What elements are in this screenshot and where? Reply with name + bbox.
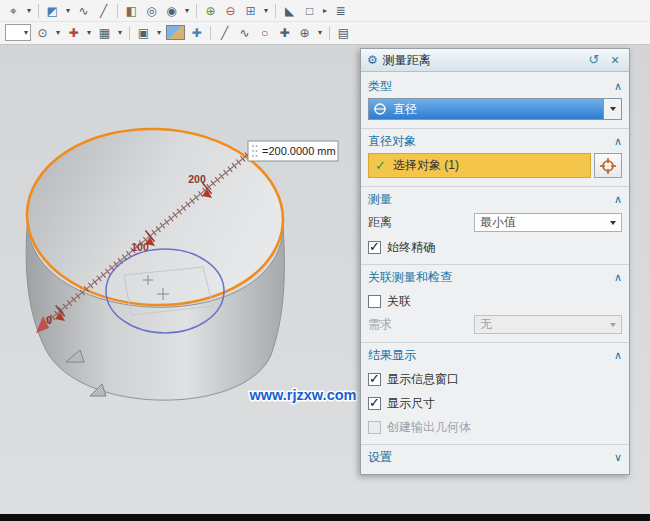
shaded-view-cube-icon[interactable]	[166, 25, 185, 40]
always-exact-checkbox[interactable]	[368, 241, 381, 254]
sketch-icon[interactable]: ◩	[44, 2, 61, 19]
chevron-up-icon[interactable]: ∧	[614, 271, 622, 284]
hole-icon[interactable]: ◉	[163, 2, 180, 19]
create-output-geometry-row: 创建输出几何体	[368, 419, 622, 436]
chevron-up-icon[interactable]: ∧	[614, 193, 622, 206]
unite-icon[interactable]: ⊕	[202, 2, 219, 19]
chevron-up-icon[interactable]: ∧	[614, 135, 622, 148]
select-object-field[interactable]: ✓ 选择对象 (1)	[368, 153, 591, 178]
caret-icon[interactable]: ▾	[316, 24, 324, 41]
caret-icon[interactable]: ▾	[155, 24, 163, 41]
requirement-label: 需求	[368, 316, 392, 333]
chevron-down-icon	[610, 221, 616, 225]
window-icon[interactable]: ▣	[135, 24, 152, 41]
section-association: 关联测量和检查 ∧ 关联 需求 无	[361, 264, 629, 342]
select-object-row: ✓ 选择对象 (1)	[368, 153, 622, 178]
measure-distance-dialog: ⚙ 测量距离 ↺ × 类型 ∧ 直径	[360, 48, 630, 475]
cylinder-solid[interactable]	[24, 125, 286, 401]
subtract-icon[interactable]: ⊖	[222, 2, 239, 19]
section-results-title: 结果显示	[368, 347, 416, 364]
always-exact-label: 始终精确	[387, 239, 435, 256]
measurement-tooltip: =200.0000 mm	[248, 141, 338, 161]
toolbar-separator	[329, 26, 330, 40]
type-combo-arrow[interactable]	[603, 99, 621, 119]
show-dimensions-checkbox[interactable]	[368, 397, 381, 410]
tooltip-value: =200.0000 mm	[262, 145, 336, 157]
datum-csys-icon[interactable]: ⌖	[5, 2, 22, 19]
select-object-label: 选择对象 (1)	[393, 157, 459, 174]
caret-icon[interactable]: ▾	[85, 24, 93, 41]
toolbar-separator	[129, 26, 130, 40]
distance-label: 距离	[368, 214, 392, 231]
shell-icon[interactable]: □	[301, 2, 318, 19]
orient-view-icon[interactable]: ✚	[188, 24, 205, 41]
toolbar-row-2: ▾⊙▾✚▾▦▾▣▾✚╱∿○✚⊕▾▤	[0, 22, 650, 43]
chevron-up-icon[interactable]: ∧	[614, 80, 622, 93]
grid-icon[interactable]: ▤	[335, 24, 352, 41]
type-combo-value: 直径	[393, 101, 417, 118]
selection-check-icon: ✓	[375, 158, 386, 173]
toolbar-separator	[210, 26, 211, 40]
ruler-label-100: 100	[131, 241, 149, 253]
section-type-title: 类型	[368, 78, 392, 95]
create-output-geometry-checkbox	[368, 421, 381, 434]
section-results-header[interactable]: 结果显示 ∧	[368, 346, 622, 364]
show-info-window-checkbox[interactable]	[368, 373, 381, 386]
section-measure: 测量 ∧ 距离 最小值 始终精确	[361, 186, 629, 264]
distance-combo[interactable]: 最小值	[474, 213, 622, 232]
chevron-up-icon[interactable]: ∧	[614, 349, 622, 362]
toolbar-separator	[117, 4, 118, 18]
section-measure-title: 测量	[368, 191, 392, 208]
gear-icon: ⚙	[367, 53, 378, 67]
close-button[interactable]: ×	[607, 52, 623, 68]
point-dialog-button[interactable]	[594, 153, 622, 178]
dialog-titlebar[interactable]: ⚙ 测量距离 ↺ ×	[361, 49, 629, 72]
line-icon[interactable]: ╱	[95, 2, 112, 19]
section-diameter-object: 直径对象 ∧ ✓ 选择对象 (1)	[361, 128, 629, 186]
associate-checkbox[interactable]	[368, 295, 381, 308]
spline-icon[interactable]: ∿	[75, 2, 92, 19]
requirement-combo[interactable]: 无	[474, 315, 622, 334]
caret-icon[interactable]: ▾	[64, 2, 72, 19]
chevron-down-icon[interactable]: ∨	[614, 451, 622, 464]
window-bottom-bar	[0, 514, 650, 521]
chamfer-icon[interactable]: ◣	[281, 2, 298, 19]
section-type-header[interactable]: 类型 ∧	[368, 77, 622, 95]
more-commands-icon[interactable]: ▸	[321, 2, 329, 19]
circle-center-icon[interactable]: ⊕	[296, 24, 313, 41]
point-tool-icon[interactable]: ✚	[276, 24, 293, 41]
watermark-text: www.rjzxw.com	[249, 387, 357, 403]
line-tool-icon[interactable]: ╱	[216, 24, 233, 41]
menu-icon[interactable]: ≣	[332, 2, 349, 19]
caret-icon[interactable]: ▾	[116, 24, 124, 41]
revolve-icon[interactable]: ◎	[143, 2, 160, 19]
toolbar-area: ⌖▾◩▾∿╱◧◎◉▾⊕⊖⊞▾◣□▸≣ ▾⊙▾✚▾▦▾▣▾✚╱∿○✚⊕▾▤	[0, 0, 650, 45]
section-association-header[interactable]: 关联测量和检查 ∧	[368, 268, 622, 286]
caret-icon[interactable]: ▾	[25, 2, 33, 19]
application-window: ⌖▾◩▾∿╱◧◎◉▾⊕⊖⊞▾◣□▸≣ ▾⊙▾✚▾▦▾▣▾✚╱∿○✚⊕▾▤	[0, 0, 650, 521]
caret-icon[interactable]: ▾	[183, 2, 191, 19]
snap-point-icon[interactable]: ⊙	[34, 24, 51, 41]
section-diameter-object-header[interactable]: 直径对象 ∧	[368, 132, 622, 150]
section-measure-header[interactable]: 测量 ∧	[368, 190, 622, 208]
reset-button[interactable]: ↺	[586, 52, 602, 68]
associate-row: 关联	[368, 293, 622, 310]
section-settings-header[interactable]: 设置 ∨	[368, 448, 622, 466]
selection-scope-combo[interactable]: ▾	[5, 24, 31, 41]
section-association-title: 关联测量和检查	[368, 269, 452, 286]
arc-tool-icon[interactable]: ∿	[236, 24, 253, 41]
pattern-icon[interactable]: ⊞	[242, 2, 259, 19]
associate-label: 关联	[387, 293, 411, 310]
dialog-title: 测量距离	[383, 52, 581, 69]
type-combo[interactable]: 直径	[368, 98, 622, 120]
diameter-icon	[373, 102, 387, 116]
point-snap-icon[interactable]: ✚	[65, 24, 82, 41]
circle-tool-icon[interactable]: ○	[256, 24, 273, 41]
show-info-window-label: 显示信息窗口	[387, 371, 459, 388]
work-plane-icon[interactable]: ▦	[96, 24, 113, 41]
type-combo-selected[interactable]: 直径	[369, 99, 603, 119]
caret-icon[interactable]: ▾	[262, 2, 270, 19]
requirement-row: 需求 无	[368, 315, 622, 334]
caret-icon[interactable]: ▾	[54, 24, 62, 41]
extrude-icon[interactable]: ◧	[123, 2, 140, 19]
